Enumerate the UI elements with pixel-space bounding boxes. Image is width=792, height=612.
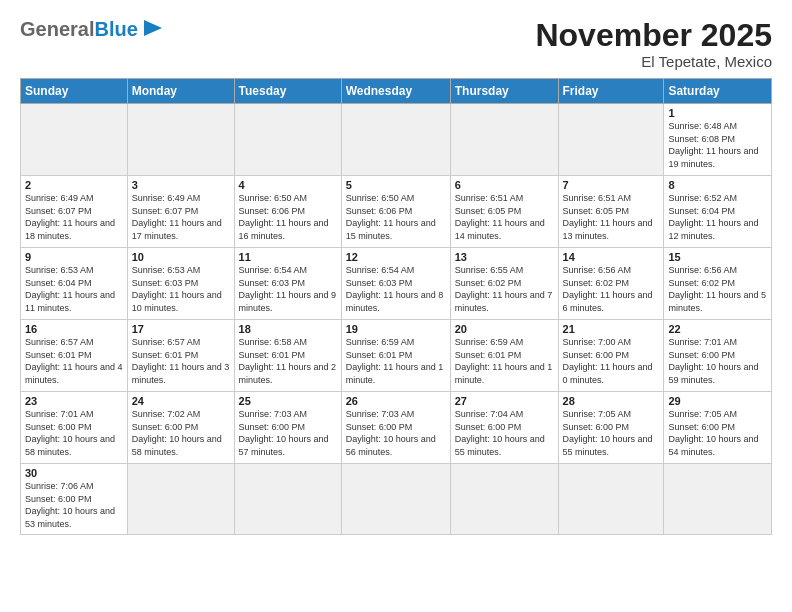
day-info: Sunrise: 6:50 AMSunset: 6:06 PMDaylight:… bbox=[239, 192, 337, 242]
table-row bbox=[664, 464, 772, 534]
svg-marker-0 bbox=[144, 20, 162, 36]
col-saturday: Saturday bbox=[664, 79, 772, 104]
day-info: Sunrise: 6:51 AMSunset: 6:05 PMDaylight:… bbox=[563, 192, 660, 242]
table-row: 12Sunrise: 6:54 AMSunset: 6:03 PMDayligh… bbox=[341, 248, 450, 320]
logo-general: General bbox=[20, 18, 94, 41]
col-monday: Monday bbox=[127, 79, 234, 104]
table-row: 11Sunrise: 6:54 AMSunset: 6:03 PMDayligh… bbox=[234, 248, 341, 320]
day-info: Sunrise: 6:56 AMSunset: 6:02 PMDaylight:… bbox=[668, 264, 767, 314]
day-number: 21 bbox=[563, 323, 660, 335]
table-row: 25Sunrise: 7:03 AMSunset: 6:00 PMDayligh… bbox=[234, 392, 341, 464]
table-row: 13Sunrise: 6:55 AMSunset: 6:02 PMDayligh… bbox=[450, 248, 558, 320]
logo: General Blue bbox=[20, 18, 162, 41]
day-info: Sunrise: 6:52 AMSunset: 6:04 PMDaylight:… bbox=[668, 192, 767, 242]
table-row: 18Sunrise: 6:58 AMSunset: 6:01 PMDayligh… bbox=[234, 320, 341, 392]
day-number: 30 bbox=[25, 467, 123, 479]
col-friday: Friday bbox=[558, 79, 664, 104]
table-row: 5Sunrise: 6:50 AMSunset: 6:06 PMDaylight… bbox=[341, 176, 450, 248]
table-row: 2Sunrise: 6:49 AMSunset: 6:07 PMDaylight… bbox=[21, 176, 128, 248]
table-row: 14Sunrise: 6:56 AMSunset: 6:02 PMDayligh… bbox=[558, 248, 664, 320]
day-number: 3 bbox=[132, 179, 230, 191]
day-number: 10 bbox=[132, 251, 230, 263]
day-info: Sunrise: 7:05 AMSunset: 6:00 PMDaylight:… bbox=[668, 408, 767, 458]
day-number: 8 bbox=[668, 179, 767, 191]
table-row bbox=[234, 104, 341, 176]
day-info: Sunrise: 7:06 AMSunset: 6:00 PMDaylight:… bbox=[25, 480, 123, 530]
table-row: 26Sunrise: 7:03 AMSunset: 6:00 PMDayligh… bbox=[341, 392, 450, 464]
table-row: 7Sunrise: 6:51 AMSunset: 6:05 PMDaylight… bbox=[558, 176, 664, 248]
table-row bbox=[21, 104, 128, 176]
table-row bbox=[558, 464, 664, 534]
table-row: 21Sunrise: 7:00 AMSunset: 6:00 PMDayligh… bbox=[558, 320, 664, 392]
table-row bbox=[234, 464, 341, 534]
day-info: Sunrise: 7:02 AMSunset: 6:00 PMDaylight:… bbox=[132, 408, 230, 458]
logo-blue: Blue bbox=[94, 18, 162, 41]
table-row: 28Sunrise: 7:05 AMSunset: 6:00 PMDayligh… bbox=[558, 392, 664, 464]
day-info: Sunrise: 7:00 AMSunset: 6:00 PMDaylight:… bbox=[563, 336, 660, 386]
day-info: Sunrise: 6:59 AMSunset: 6:01 PMDaylight:… bbox=[346, 336, 446, 386]
day-info: Sunrise: 7:01 AMSunset: 6:00 PMDaylight:… bbox=[668, 336, 767, 386]
day-info: Sunrise: 6:50 AMSunset: 6:06 PMDaylight:… bbox=[346, 192, 446, 242]
table-row: 27Sunrise: 7:04 AMSunset: 6:00 PMDayligh… bbox=[450, 392, 558, 464]
day-info: Sunrise: 6:57 AMSunset: 6:01 PMDaylight:… bbox=[25, 336, 123, 386]
day-info: Sunrise: 6:55 AMSunset: 6:02 PMDaylight:… bbox=[455, 264, 554, 314]
logo-triangle-icon bbox=[144, 20, 162, 40]
col-wednesday: Wednesday bbox=[341, 79, 450, 104]
day-info: Sunrise: 7:03 AMSunset: 6:00 PMDaylight:… bbox=[346, 408, 446, 458]
day-info: Sunrise: 6:51 AMSunset: 6:05 PMDaylight:… bbox=[455, 192, 554, 242]
day-number: 16 bbox=[25, 323, 123, 335]
day-info: Sunrise: 7:01 AMSunset: 6:00 PMDaylight:… bbox=[25, 408, 123, 458]
day-info: Sunrise: 7:03 AMSunset: 6:00 PMDaylight:… bbox=[239, 408, 337, 458]
day-info: Sunrise: 6:49 AMSunset: 6:07 PMDaylight:… bbox=[25, 192, 123, 242]
table-row: 16Sunrise: 6:57 AMSunset: 6:01 PMDayligh… bbox=[21, 320, 128, 392]
day-number: 26 bbox=[346, 395, 446, 407]
day-number: 18 bbox=[239, 323, 337, 335]
col-sunday: Sunday bbox=[21, 79, 128, 104]
day-number: 6 bbox=[455, 179, 554, 191]
day-info: Sunrise: 6:58 AMSunset: 6:01 PMDaylight:… bbox=[239, 336, 337, 386]
table-row: 8Sunrise: 6:52 AMSunset: 6:04 PMDaylight… bbox=[664, 176, 772, 248]
day-number: 15 bbox=[668, 251, 767, 263]
col-tuesday: Tuesday bbox=[234, 79, 341, 104]
table-row bbox=[450, 464, 558, 534]
day-number: 9 bbox=[25, 251, 123, 263]
day-number: 13 bbox=[455, 251, 554, 263]
table-row bbox=[450, 104, 558, 176]
day-number: 2 bbox=[25, 179, 123, 191]
day-info: Sunrise: 7:04 AMSunset: 6:00 PMDaylight:… bbox=[455, 408, 554, 458]
day-number: 25 bbox=[239, 395, 337, 407]
day-info: Sunrise: 6:56 AMSunset: 6:02 PMDaylight:… bbox=[563, 264, 660, 314]
table-row bbox=[127, 104, 234, 176]
location: El Tepetate, Mexico bbox=[535, 53, 772, 70]
day-number: 11 bbox=[239, 251, 337, 263]
day-number: 29 bbox=[668, 395, 767, 407]
day-info: Sunrise: 6:53 AMSunset: 6:04 PMDaylight:… bbox=[25, 264, 123, 314]
day-info: Sunrise: 6:59 AMSunset: 6:01 PMDaylight:… bbox=[455, 336, 554, 386]
month-title: November 2025 bbox=[535, 18, 772, 53]
table-row: 6Sunrise: 6:51 AMSunset: 6:05 PMDaylight… bbox=[450, 176, 558, 248]
day-number: 14 bbox=[563, 251, 660, 263]
day-info: Sunrise: 6:54 AMSunset: 6:03 PMDaylight:… bbox=[239, 264, 337, 314]
table-row bbox=[341, 104, 450, 176]
day-number: 27 bbox=[455, 395, 554, 407]
calendar-table: Sunday Monday Tuesday Wednesday Thursday… bbox=[20, 78, 772, 534]
table-row: 1Sunrise: 6:48 AMSunset: 6:08 PMDaylight… bbox=[664, 104, 772, 176]
day-number: 20 bbox=[455, 323, 554, 335]
day-number: 22 bbox=[668, 323, 767, 335]
day-number: 28 bbox=[563, 395, 660, 407]
day-info: Sunrise: 6:49 AMSunset: 6:07 PMDaylight:… bbox=[132, 192, 230, 242]
table-row: 9Sunrise: 6:53 AMSunset: 6:04 PMDaylight… bbox=[21, 248, 128, 320]
table-row: 15Sunrise: 6:56 AMSunset: 6:02 PMDayligh… bbox=[664, 248, 772, 320]
day-number: 5 bbox=[346, 179, 446, 191]
table-row: 10Sunrise: 6:53 AMSunset: 6:03 PMDayligh… bbox=[127, 248, 234, 320]
table-row: 3Sunrise: 6:49 AMSunset: 6:07 PMDaylight… bbox=[127, 176, 234, 248]
table-row: 22Sunrise: 7:01 AMSunset: 6:00 PMDayligh… bbox=[664, 320, 772, 392]
table-row: 20Sunrise: 6:59 AMSunset: 6:01 PMDayligh… bbox=[450, 320, 558, 392]
day-info: Sunrise: 6:54 AMSunset: 6:03 PMDaylight:… bbox=[346, 264, 446, 314]
table-row: 30Sunrise: 7:06 AMSunset: 6:00 PMDayligh… bbox=[21, 464, 128, 534]
day-info: Sunrise: 6:48 AMSunset: 6:08 PMDaylight:… bbox=[668, 120, 767, 170]
day-number: 7 bbox=[563, 179, 660, 191]
day-info: Sunrise: 6:57 AMSunset: 6:01 PMDaylight:… bbox=[132, 336, 230, 386]
table-row: 4Sunrise: 6:50 AMSunset: 6:06 PMDaylight… bbox=[234, 176, 341, 248]
table-row bbox=[341, 464, 450, 534]
